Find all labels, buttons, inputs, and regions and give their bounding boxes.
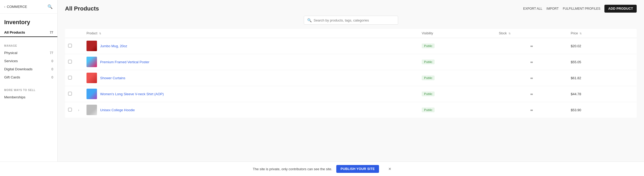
column-expand: [75, 29, 83, 38]
sidebar-header: ‹ COMMERCE 🔍: [0, 0, 57, 14]
products-table-container: Product ⇅ Visibility Stock ⇅ Price ⇅: [58, 29, 644, 176]
sidebar-item-all-products[interactable]: All Products 77: [0, 28, 57, 37]
product-thumbnail: [86, 89, 97, 99]
visibility-badge: Public: [422, 60, 435, 64]
row-stock-cell: ∞: [496, 54, 567, 70]
table-row: Premium Framed Vertical PosterPublic∞$55…: [65, 54, 637, 70]
sidebar-item-services[interactable]: Services 0: [0, 57, 57, 65]
sidebar-item-label: Services: [4, 59, 18, 63]
expand-icon[interactable]: ›: [78, 108, 79, 112]
search-bar-icon: 🔍: [307, 18, 312, 22]
product-name-link[interactable]: Jumbo Mug, 20oz: [100, 44, 127, 48]
notification-message: The site is private, only contributors c…: [253, 167, 332, 171]
product-thumbnail: [86, 41, 97, 51]
row-stock-cell: ∞: [496, 102, 567, 118]
add-product-button[interactable]: ADD PRODUCT: [604, 5, 637, 13]
row-price-cell: $53.90: [567, 102, 637, 118]
sidebar-search-button[interactable]: 🔍: [47, 4, 53, 10]
row-checkbox[interactable]: [68, 92, 72, 95]
sidebar-item-gift-cards[interactable]: Gift Cards 0: [0, 73, 57, 81]
page-title: All Products: [65, 5, 99, 12]
sidebar-item-label: Memberships: [4, 95, 25, 99]
row-checkbox-cell: [65, 70, 75, 86]
main-content: All Products EXPORT ALL IMPORT FULFILLME…: [58, 0, 644, 176]
row-stock-cell: ∞: [496, 86, 567, 102]
sidebar-nav: All Products 77: [0, 28, 57, 40]
row-product-cell: Unisex College Hoodie: [83, 102, 419, 118]
row-product-cell: Premium Framed Vertical Poster: [83, 54, 419, 70]
products-table: Product ⇅ Visibility Stock ⇅ Price ⇅: [65, 29, 637, 118]
sidebar-item-label: Physical: [4, 51, 17, 55]
publish-site-button[interactable]: PUBLISH YOUR SITE: [336, 165, 379, 173]
sidebar-back-nav[interactable]: ‹ COMMERCE: [4, 5, 27, 9]
row-visibility-cell: Public: [419, 102, 496, 118]
sidebar-more-ways-nav: Memberships: [0, 93, 57, 104]
search-bar: 🔍: [304, 16, 398, 25]
row-checkbox-cell: [65, 38, 75, 54]
row-visibility-cell: Public: [419, 54, 496, 70]
sidebar-manage-nav: Physical 77 Services 0 Digital Downloads…: [0, 49, 57, 84]
product-name-link[interactable]: Shower Curtains: [100, 76, 125, 80]
row-checkbox[interactable]: [68, 76, 72, 79]
sidebar: ‹ COMMERCE 🔍 Inventory All Products 77 M…: [0, 0, 58, 176]
table-row: Women's Long Sleeve V-neck Shirt (AOP)Pu…: [65, 86, 637, 102]
sidebar-item-memberships[interactable]: Memberships: [0, 93, 57, 101]
sidebar-item-label: All Products: [4, 30, 25, 34]
sidebar-brand-label: COMMERCE: [7, 5, 27, 9]
sort-icon: ⇅: [580, 32, 582, 35]
column-checkbox: [65, 29, 75, 38]
product-name-link[interactable]: Women's Long Sleeve V-neck Shirt (AOP): [100, 92, 164, 96]
row-checkbox[interactable]: [68, 108, 72, 111]
product-name-link[interactable]: Unisex College Hoodie: [100, 108, 135, 112]
row-stock-cell: ∞: [496, 70, 567, 86]
fulfillment-profiles-button[interactable]: FULFILLMENT PROFILES: [563, 7, 600, 10]
sidebar-item-label: Gift Cards: [4, 75, 20, 79]
row-product-cell: Women's Long Sleeve V-neck Shirt (AOP): [83, 86, 419, 102]
sidebar-item-digital-downloads[interactable]: Digital Downloads 0: [0, 65, 57, 73]
row-visibility-cell: Public: [419, 86, 496, 102]
row-checkbox-cell: [65, 86, 75, 102]
sort-icon: ⇅: [99, 32, 101, 35]
row-stock-cell: ∞: [496, 38, 567, 54]
table-row: Shower CurtainsPublic∞$61.82: [65, 70, 637, 86]
product-thumbnail: [86, 57, 97, 67]
sidebar-more-ways-label: MORE WAYS TO SELL: [0, 84, 57, 93]
row-expand-cell: [75, 38, 83, 54]
visibility-badge: Public: [422, 92, 435, 96]
sidebar-manage-label: MANAGE: [0, 40, 57, 49]
sidebar-item-count: 77: [50, 51, 53, 55]
sidebar-item-label: Digital Downloads: [4, 67, 33, 71]
product-name-link[interactable]: Premium Framed Vertical Poster: [100, 60, 149, 64]
row-price-cell: $61.82: [567, 70, 637, 86]
main-header: All Products EXPORT ALL IMPORT FULFILLME…: [58, 0, 644, 16]
visibility-badge: Public: [422, 76, 435, 80]
row-price-cell: $44.78: [567, 86, 637, 102]
column-price[interactable]: Price ⇅: [567, 29, 637, 38]
sidebar-item-physical[interactable]: Physical 77: [0, 49, 57, 57]
visibility-badge: Public: [422, 44, 435, 48]
row-price-cell: $20.02: [567, 38, 637, 54]
row-checkbox-cell: [65, 102, 75, 118]
notification-close-button[interactable]: ×: [388, 167, 391, 171]
search-input[interactable]: [314, 18, 395, 22]
search-icon: 🔍: [47, 4, 53, 9]
row-product-cell: Jumbo Mug, 20oz: [83, 38, 419, 54]
notification-bar: The site is private, only contributors c…: [0, 162, 644, 176]
product-thumbnail: [86, 73, 97, 83]
sidebar-item-count: 0: [51, 67, 53, 71]
row-price-cell: $55.05: [567, 54, 637, 70]
header-actions: EXPORT ALL IMPORT FULFILLMENT PROFILES A…: [523, 5, 637, 13]
column-stock[interactable]: Stock ⇅: [496, 29, 567, 38]
search-bar-wrapper: 🔍: [58, 16, 644, 29]
sort-icon: ⇅: [508, 32, 511, 35]
row-expand-cell: ›: [75, 102, 83, 118]
column-product[interactable]: Product ⇅: [83, 29, 419, 38]
export-all-button[interactable]: EXPORT ALL: [523, 7, 542, 10]
sidebar-title: Inventory: [0, 14, 57, 28]
import-button[interactable]: IMPORT: [546, 7, 559, 10]
row-product-cell: Shower Curtains: [83, 70, 419, 86]
row-visibility-cell: Public: [419, 70, 496, 86]
row-checkbox[interactable]: [68, 60, 72, 63]
row-checkbox-cell: [65, 54, 75, 70]
row-checkbox[interactable]: [68, 44, 72, 47]
